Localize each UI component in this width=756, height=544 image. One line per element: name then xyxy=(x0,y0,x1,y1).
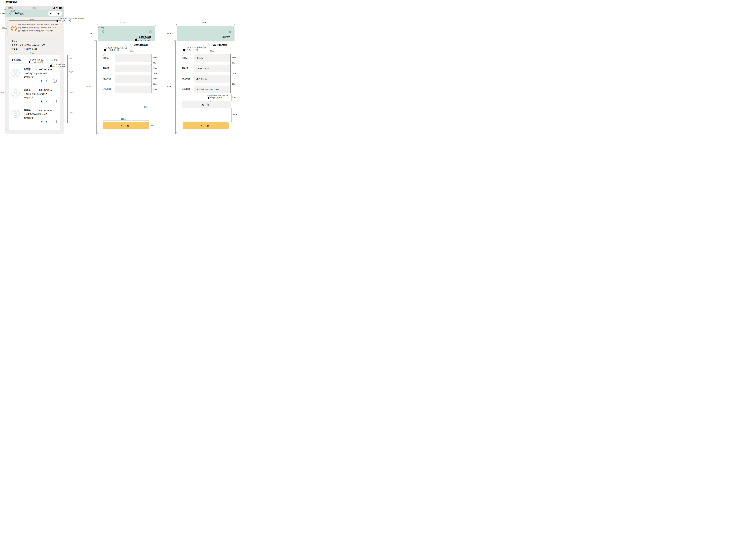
address-line1: 上海普陀区金沙江路250弄 xyxy=(24,113,48,116)
measure-100px: 100px xyxy=(153,78,157,79)
change-action-label[interactable]: 变 更 xyxy=(41,121,49,123)
measure-line xyxy=(175,41,176,134)
field-label-detail: 详细地址 xyxy=(182,88,190,91)
measure-177px: 177px xyxy=(2,27,7,29)
color-note: CMYK(0, 0, 0, 100) xyxy=(50,65,65,67)
measure-191px: 191px xyxy=(87,32,92,34)
measure-100px: 100px xyxy=(153,88,157,90)
wifi-icon xyxy=(56,7,58,9)
modal-title: 地址变更 xyxy=(222,36,230,39)
field-label-recipient: 收件人 xyxy=(103,57,109,59)
measure-261px: 261px xyxy=(69,91,73,93)
measure-60px: 60px xyxy=(11,9,15,11)
address-line2: 43号101室 xyxy=(24,117,34,119)
save-button[interactable]: 保 存 xyxy=(183,122,229,129)
font-note: 汉仪正圆 65简 31pt xyxy=(136,37,150,39)
measure-261px: 261px xyxy=(69,112,73,113)
field-label-recipient: 收件人 xyxy=(182,57,188,59)
add-address-button[interactable]: + 新增 xyxy=(52,59,58,62)
avatar-icon xyxy=(11,89,20,98)
measure-36px: 36px xyxy=(153,83,157,85)
measure-36px: 36px xyxy=(232,62,236,64)
close-icon[interactable] xyxy=(229,31,232,34)
save-button[interactable]: 保 存 xyxy=(103,122,149,129)
field-label-phone: 手机号 xyxy=(103,67,109,70)
measure-104px: 104px xyxy=(0,13,5,15)
font-note: 汉仪正圆 65简 31pt 行距:36pt xyxy=(207,95,228,97)
measure-line xyxy=(150,122,150,129)
original-address-value: 上海普陀区金沙江路250弄43号101室 xyxy=(11,44,45,47)
field-label-detail: 详细地址 xyxy=(103,88,111,91)
default-address-radio[interactable] xyxy=(130,44,133,47)
back-icon[interactable] xyxy=(102,30,104,33)
measure-583px: 583px xyxy=(121,118,125,120)
contact-name: 张某某 xyxy=(24,68,31,71)
address-line2: 43号101室 xyxy=(24,96,34,99)
phone-input[interactable] xyxy=(194,65,230,72)
default-address-radio[interactable] xyxy=(209,44,212,46)
region-input[interactable] xyxy=(115,75,151,83)
avatar-icon xyxy=(11,69,20,77)
close-circle-icon[interactable] xyxy=(55,12,62,15)
measure-line xyxy=(9,54,59,54)
measure-100px: 100px xyxy=(153,67,157,69)
address-line2: 43号101室 xyxy=(24,76,34,79)
select-checkbox[interactable]: ✓ xyxy=(53,79,57,83)
recipient-input[interactable] xyxy=(194,54,230,62)
swatch-black xyxy=(208,97,209,99)
screen-change-address: 地址变更 设定为默认地址 收件人 手机号 所在地区 详细地址 删 除 保 存 xyxy=(176,25,235,134)
address-list-item[interactable]: 张某某 18618342655 上海普陀区金沙江路250弄 43号101室 变 … xyxy=(9,108,60,128)
swatch-black xyxy=(183,49,185,51)
change-action-label[interactable]: 变 更 xyxy=(41,100,49,103)
swatch-black xyxy=(57,20,58,22)
measure-line xyxy=(103,120,149,121)
change-action-label[interactable]: 变 更 xyxy=(41,80,49,83)
region-input[interactable] xyxy=(194,75,230,83)
miniapp-capsule: ••• xyxy=(48,11,62,16)
phone-input[interactable] xyxy=(115,65,151,72)
measure-line xyxy=(9,20,57,21)
swatch-black xyxy=(50,65,52,67)
original-contact-phone: 18618342655 xyxy=(24,48,37,50)
measure-line xyxy=(115,53,151,53)
address-list-item[interactable]: 张某某 18618342655 上海普陀区金沙江路250弄 43号101室 变 … xyxy=(9,87,60,108)
measure-191px: 191px xyxy=(167,32,171,34)
measure-36px: 36px xyxy=(232,83,236,85)
measure-96px: 96px xyxy=(151,124,154,126)
close-icon[interactable] xyxy=(149,30,152,33)
signal-icon xyxy=(53,7,55,9)
modal-header: 地址变更 xyxy=(177,26,235,41)
measure-line xyxy=(194,53,230,53)
field-label-phone: 手机号 xyxy=(182,67,188,70)
more-menu-icon[interactable]: ••• xyxy=(48,12,55,15)
page-title: 地址编辑页 xyxy=(6,0,17,3)
screen-body: 修改后会影响物流失效、送货上门等服务，只能原价修改且付款后只能修改一次。若因商品… xyxy=(5,17,64,134)
font-note: 汉仪正圆 65简 41pt xyxy=(30,59,43,61)
select-checkbox[interactable] xyxy=(53,120,57,123)
measure-1203px: 1203px xyxy=(86,86,92,87)
delete-button[interactable]: 删 除 xyxy=(182,101,231,108)
color-note: CMYK(0, 0, 0, 100) xyxy=(57,20,71,22)
detail-address-input[interactable] xyxy=(115,86,151,93)
recipient-input[interactable] xyxy=(115,54,151,62)
font-note: 汉仪正圆 65简 31pt 行距:36pt xyxy=(185,47,206,49)
contact-phone: 18618342655 xyxy=(39,89,52,91)
measure-line xyxy=(151,54,152,93)
default-address-label: 设定为默认地址 xyxy=(213,44,227,46)
measure-365px: 365px xyxy=(144,106,148,108)
design-spec-canvas: 地址编辑页 12:00 750px 修改地址 xyxy=(0,0,237,135)
detail-address-input[interactable] xyxy=(194,86,230,93)
color-note: CMYK(0, 0, 0, 100) xyxy=(29,61,43,63)
measure-180px: 180px xyxy=(232,114,237,115)
measure-650px: 650px xyxy=(30,52,34,54)
measure-line xyxy=(67,55,68,123)
select-checkbox[interactable] xyxy=(53,100,57,103)
measure-453px: 453px xyxy=(209,50,214,52)
measure-92px: 92px xyxy=(69,57,72,59)
measure-750px: 750px xyxy=(201,21,206,23)
measure-36px: 36px xyxy=(153,73,157,74)
swatch-black xyxy=(29,61,30,63)
guide-line xyxy=(153,53,153,133)
field-label-region: 所在地区 xyxy=(182,78,190,80)
measure-1203px: 1203px xyxy=(165,86,171,87)
